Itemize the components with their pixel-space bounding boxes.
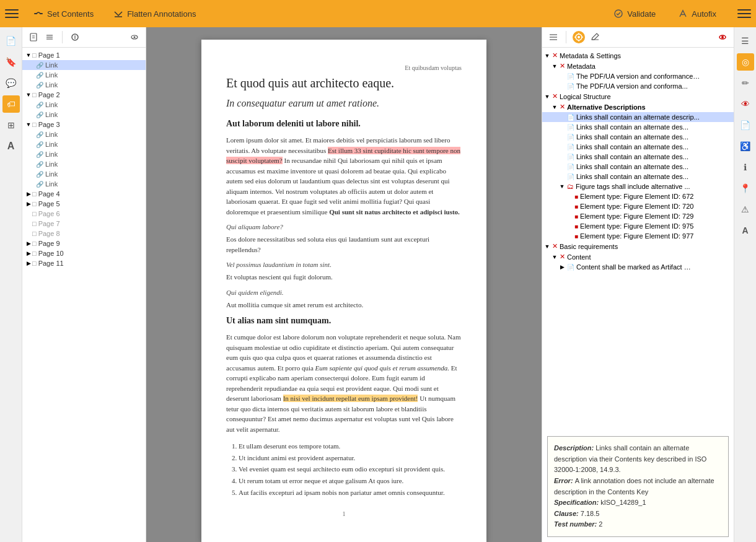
r-link-alt-6[interactable]: 📄 Links shall contain an alternate des..…	[542, 162, 734, 172]
link-icon: 🔗	[36, 161, 43, 168]
far-right-menu-icon[interactable]: ☰	[737, 32, 754, 50]
r-content-artifact[interactable]: ▶ 📄 Content shall be marked as Artifact …	[542, 262, 734, 272]
circle-icon[interactable]	[69, 31, 81, 43]
tree-page3-link1[interactable]: 🔗 Link	[22, 129, 146, 139]
tree-page8[interactable]: □ Page 8	[22, 229, 146, 238]
tree-page3-link3[interactable]: 🔗 Link	[22, 149, 146, 159]
r-basic-requirements[interactable]: ▼ ✕ Basic requirements	[542, 241, 734, 251]
tree-page2-link1[interactable]: 🔗 Link	[22, 100, 146, 110]
r-rect-icon: ■	[574, 193, 578, 200]
tree-page4[interactable]: ▶ □ Page 4	[22, 189, 146, 199]
r-figure-672[interactable]: ■ Element type: Figure Element ID: 672	[542, 191, 734, 201]
highlight-text-1: Est illum 33 sint cupiditate hic sunt te…	[226, 147, 460, 165]
far-right-eye-icon[interactable]: 👁	[737, 95, 754, 113]
link-icon: 🔗	[36, 181, 43, 188]
far-right-doc-icon[interactable]: 📄	[737, 116, 754, 134]
r-pdf-ua-2[interactable]: 📄 The PDF/UA version and conforma...	[542, 81, 734, 91]
right-menu-icon[interactable]	[547, 31, 560, 43]
tree-page3-toggle[interactable]: ▼ □ Page 3	[22, 120, 146, 129]
r-pdf-ua-2-label: The PDF/UA version and conforma...	[576, 82, 688, 90]
tree-page1-link2[interactable]: 🔗 Link	[22, 70, 146, 80]
far-right-access-icon[interactable]: ♿	[737, 138, 754, 155]
validate-button[interactable]: Validate	[607, 6, 662, 21]
r-pdf-ua-1[interactable]: 📄 The PDF/UA version and conformance ...	[542, 71, 734, 81]
r-metadata[interactable]: ▼ ✕ Metadata	[542, 61, 734, 71]
svg-point-25	[721, 36, 724, 38]
r-link-alt-1[interactable]: 📄 Links shall contain an alternate descr…	[542, 112, 734, 122]
tree-page1-toggle[interactable]: ▼ □ Page 1	[22, 50, 146, 60]
eye-icon[interactable]	[128, 31, 141, 43]
tree-page3-link2[interactable]: 🔗 Link	[22, 139, 146, 149]
eye-view-icon[interactable]	[716, 31, 729, 43]
r-content[interactable]: ▼ ✕ Content	[542, 251, 734, 262]
r-alt-descriptions[interactable]: ▼ ✕ Alternative Descriptions	[542, 102, 734, 112]
r-link-alt-3[interactable]: 📄 Links shall contain an alternate des..…	[542, 132, 734, 142]
r-figure-975-label: Element type: Figure Element ID: 975	[580, 222, 693, 230]
r-figure-975[interactable]: ■ Element type: Figure Element ID: 975	[542, 221, 734, 231]
autofix-icon	[678, 9, 688, 19]
tag-icon[interactable]: 🏷	[2, 95, 20, 113]
far-right-pin-icon[interactable]: 📍	[737, 180, 754, 197]
pdf-content[interactable]: Et quibusdam voluptas Et quod quis aut a…	[146, 27, 542, 542]
left-panel: ▼ □ Page 1 🔗 Link 🔗 Link 🔗 Link ▼ □ Page…	[22, 27, 146, 542]
toggle-icon: ▶	[25, 250, 32, 257]
tree-page3-link6[interactable]: 🔗 Link	[22, 179, 146, 189]
far-right-text-icon[interactable]: A	[737, 222, 754, 239]
new-doc-icon[interactable]: 📄	[2, 32, 20, 50]
r-figure-729[interactable]: ■ Element type: Figure Element ID: 729	[542, 211, 734, 221]
tree-page2-link2[interactable]: 🔗 Link	[22, 110, 146, 120]
layers-icon[interactable]: ⊞	[2, 116, 20, 134]
flatten-label: Flatten Annotations	[127, 9, 196, 19]
text-icon[interactable]: A	[2, 138, 20, 155]
far-right-target-icon[interactable]: ◎	[737, 53, 754, 71]
r-metadata-settings[interactable]: ▼ ✕ Metadata & Settings	[542, 50, 734, 61]
page1-label: Page 1	[38, 51, 60, 59]
tree-page3-link5[interactable]: 🔗 Link	[22, 169, 146, 179]
r-link-alt-6-label: Links shall contain an alternate des...	[576, 163, 688, 170]
r-figure-720[interactable]: ■ Element type: Figure Element ID: 720	[542, 201, 734, 211]
link-icon: 🔗	[36, 72, 43, 79]
clause-text: 7.18.5	[581, 510, 600, 517]
r-link-alt-4[interactable]: 📄 Links shall contain an alternate des..…	[542, 142, 734, 152]
tree-page9[interactable]: ▶ □ Page 9	[22, 238, 146, 248]
tree-page10[interactable]: ▶ □ Page 10	[22, 248, 146, 258]
tree-page3-link4[interactable]: 🔗 Link	[22, 159, 146, 169]
r-figure-977[interactable]: ■ Element type: Figure Element ID: 977	[542, 231, 734, 241]
new-page-icon[interactable]	[27, 31, 40, 43]
r-doc-icon: 📄	[567, 134, 574, 141]
far-right-pen-icon[interactable]: ✏	[737, 74, 754, 92]
tree-page2-toggle[interactable]: ▼ □ Page 2	[22, 90, 146, 100]
r-link-alt-7[interactable]: 📄 Links shall contain an alternate des..…	[542, 172, 734, 181]
right-menu-icon[interactable]	[737, 7, 751, 20]
tree-page11[interactable]: ▶ □ Page 11	[22, 258, 146, 268]
test-text: 2	[599, 520, 602, 528]
r-link-alt-5[interactable]: 📄 Links shall contain an alternate des..…	[542, 152, 734, 162]
menu-icon[interactable]	[5, 7, 19, 20]
comment-icon[interactable]: 💬	[2, 74, 20, 92]
expand-icon[interactable]	[43, 31, 56, 43]
r-error-icon: ✕	[552, 92, 558, 100]
target-icon[interactable]	[573, 31, 585, 43]
svg-point-13	[134, 37, 136, 38]
tree-page1-link1[interactable]: 🔗 Link	[22, 60, 146, 70]
set-contents-button[interactable]: Set Contents	[29, 6, 99, 21]
pdf-page-number: 1	[226, 510, 462, 517]
tree-page7[interactable]: □ Page 7	[22, 219, 146, 229]
link-icon: 🔗	[36, 141, 43, 148]
page2-label: Page 2	[38, 91, 60, 98]
r-figure-tags[interactable]: ▼ 🗂 Figure tags shall include alternativ…	[542, 181, 734, 191]
r-logical-structure[interactable]: ▼ ✕ Logical Structure	[542, 91, 734, 102]
tree-page5[interactable]: ▶ □ Page 5	[22, 199, 146, 209]
flatten-button[interactable]: Flatten Annotations	[108, 6, 201, 21]
tree-page6[interactable]: □ Page 6	[22, 209, 146, 219]
autofix-button[interactable]: Autofix	[672, 6, 723, 21]
pdf-page-1: Et quibusdam voluptas Et quod quis aut a…	[201, 40, 486, 542]
far-right-info-icon[interactable]: ℹ	[737, 159, 754, 176]
page3-label: Page 3	[38, 121, 60, 128]
tree-page1-link3[interactable]: 🔗 Link	[22, 80, 146, 90]
r-link-alt-2[interactable]: 📄 Links shall contain an alternate des..…	[542, 122, 734, 132]
far-right-warn-icon[interactable]: ⚠	[737, 201, 754, 218]
pencil-icon[interactable]	[589, 31, 601, 43]
bookmark-icon[interactable]: 🔖	[2, 53, 20, 71]
bold-text-1: Qui sunt sit natus architecto et adipisc…	[329, 208, 460, 216]
